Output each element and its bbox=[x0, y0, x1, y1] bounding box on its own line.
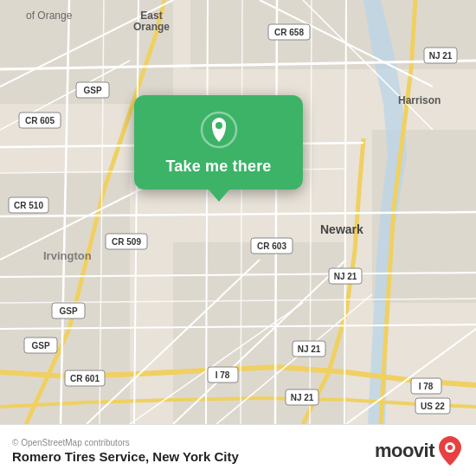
svg-point-74 bbox=[215, 122, 222, 129]
bottom-bar: © OpenStreetMap contributors Romero Tire… bbox=[0, 424, 476, 476]
svg-text:NJ 21: NJ 21 bbox=[429, 51, 453, 61]
take-me-there-popup[interactable]: Take me there bbox=[134, 95, 303, 190]
svg-text:Irvington: Irvington bbox=[43, 249, 92, 262]
moovit-text: moovit bbox=[375, 440, 434, 462]
svg-text:CR 510: CR 510 bbox=[14, 201, 43, 210]
svg-text:NJ 21: NJ 21 bbox=[291, 393, 314, 402]
svg-text:GSP: GSP bbox=[59, 306, 77, 316]
svg-text:Orange: Orange bbox=[133, 21, 170, 33]
svg-text:US 22: US 22 bbox=[421, 402, 445, 411]
svg-text:CR 509: CR 509 bbox=[112, 237, 141, 247]
svg-text:Harrison: Harrison bbox=[398, 94, 441, 106]
svg-text:NJ 21: NJ 21 bbox=[298, 344, 321, 354]
take-me-there-label: Take me there bbox=[165, 158, 271, 176]
svg-text:CR 601: CR 601 bbox=[70, 374, 100, 383]
svg-text:GSP: GSP bbox=[83, 86, 101, 95]
location-pin-icon bbox=[200, 111, 238, 149]
svg-text:of Orange: of Orange bbox=[26, 10, 73, 22]
copyright-text: © OpenStreetMap contributors bbox=[12, 438, 239, 447]
svg-text:I 78: I 78 bbox=[215, 370, 230, 380]
map-svg: CR 605 CR 658 NJ 21 CR 510 CR CR 509 CR … bbox=[0, 0, 476, 424]
svg-text:East: East bbox=[140, 10, 162, 22]
svg-point-76 bbox=[447, 445, 453, 450]
svg-text:CR 658: CR 658 bbox=[274, 28, 304, 37]
location-info: © OpenStreetMap contributors Romero Tire… bbox=[12, 438, 239, 464]
location-name: Romero Tires Service, New York City bbox=[12, 449, 239, 464]
svg-text:NJ 21: NJ 21 bbox=[334, 272, 357, 281]
map-view: CR 605 CR 658 NJ 21 CR 510 CR CR 509 CR … bbox=[0, 0, 476, 424]
svg-text:I 78: I 78 bbox=[419, 382, 434, 391]
moovit-logo: moovit bbox=[375, 434, 464, 467]
svg-text:CR 605: CR 605 bbox=[25, 116, 55, 125]
moovit-pin-icon bbox=[436, 434, 464, 467]
svg-text:GSP: GSP bbox=[31, 341, 49, 351]
svg-text:Newark: Newark bbox=[320, 222, 363, 236]
svg-text:CR 603: CR 603 bbox=[257, 241, 286, 251]
